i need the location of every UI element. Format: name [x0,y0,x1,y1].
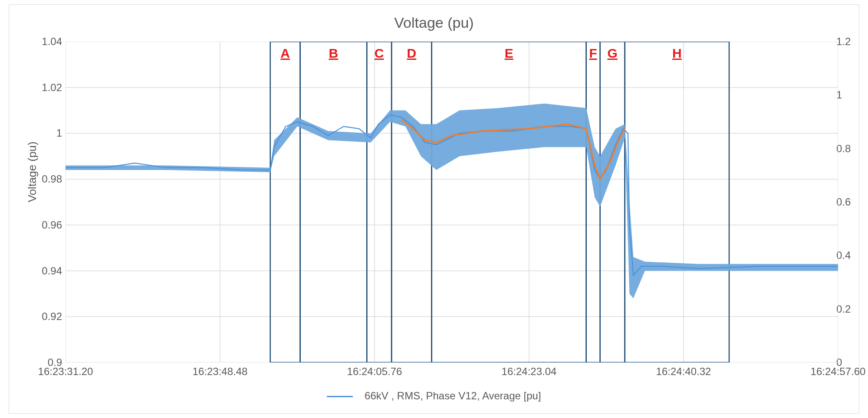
x-tick: 16:24:40.32 [656,366,711,378]
y-tick: 1.02 [9,82,62,93]
region-label-C: C [375,46,384,61]
svg-rect-21 [625,42,729,362]
plot-svg [66,42,838,362]
y-tick: 0.98 [9,174,62,184]
legend: 66kV , RMS, Phase V12, Average [pu] [9,390,859,402]
x-tick: 16:24:23.04 [502,366,557,378]
chart-container: Voltage (pu) Voltage (pu) 0.90.920.940.9… [9,4,859,414]
legend-text: 66kV , RMS, Phase V12, Average [pu] [365,390,541,402]
y-tick: 0.92 [9,311,62,322]
region-label-E: E [505,46,513,61]
legend-swatch [327,396,353,397]
svg-rect-20 [600,42,625,362]
voltage-band [66,104,838,298]
region-label-D: D [407,46,417,61]
y-axis-ticks: 0.90.920.940.960.9811.021.04 [9,42,62,362]
region-label-A: A [280,46,290,61]
region-label-F: F [589,46,597,61]
y-tick: 0.96 [9,220,62,230]
svg-rect-16 [367,42,391,362]
y-tick: 0.94 [9,266,62,276]
region-label-G: G [608,46,618,61]
svg-rect-18 [432,42,586,362]
x-tick: 16:23:48.48 [193,366,248,378]
y-tick: 1.04 [9,36,62,47]
chart-title: Voltage (pu) [9,14,859,31]
svg-rect-17 [391,42,432,362]
plot-area: ABCDEFGH [66,42,838,362]
x-axis-ticks: 16:23:31.2016:23:48.4816:24:05.7616:24:2… [66,366,838,383]
x-tick: 16:24:57.60 [811,366,866,378]
x-tick: 16:24:05.76 [347,366,402,378]
y-tick: 1 [9,128,62,138]
x-tick: 16:23:31.20 [38,366,93,378]
region-label-H: H [672,46,682,61]
svg-rect-15 [300,42,367,362]
svg-rect-14 [270,42,300,362]
region-label-B: B [329,46,339,61]
